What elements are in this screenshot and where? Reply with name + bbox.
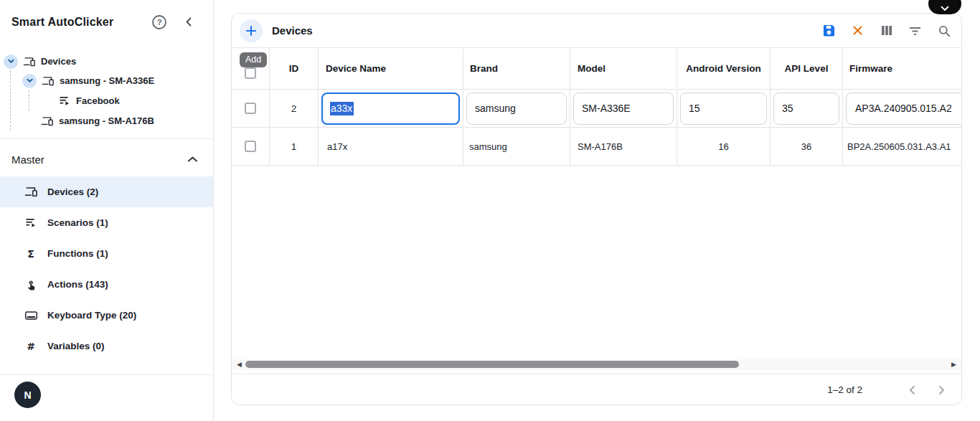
scroll-right-icon[interactable]: ▶ [951, 360, 956, 369]
section-title: Master [11, 153, 44, 166]
brand-input[interactable]: samsung [466, 93, 567, 125]
chevron-up-icon[interactable] [187, 153, 198, 166]
collapse-sidebar-icon[interactable] [184, 16, 195, 28]
tree-guide-line [29, 90, 29, 110]
functions-icon: Σ [24, 248, 37, 260]
sidebar-item-variables[interactable]: # Variables (0) [0, 331, 213, 361]
row-checkbox[interactable] [245, 141, 256, 152]
sidebar-menu: Devices (2) Scenarios (1) Σ Functions (1… [0, 176, 213, 361]
panel-title: Devices [272, 24, 313, 37]
tree-item-label: Devices [41, 56, 76, 67]
select-all-checkbox[interactable] [245, 67, 256, 79]
column-header-brand[interactable]: Brand [463, 48, 570, 89]
sidebar-item-functions[interactable]: Σ Functions (1) [0, 238, 213, 269]
device-name-input[interactable]: a33x [321, 93, 460, 125]
cell-device-name: a17x [319, 128, 463, 165]
device-icon [41, 116, 53, 126]
app-title: Smart AutoClicker [11, 16, 113, 29]
column-header-model[interactable]: Model [570, 48, 677, 89]
chevron-down-icon[interactable] [4, 55, 18, 69]
cell-id: 1 [291, 141, 297, 152]
tree-item-sm-a176b[interactable]: samsung - SM-A176B [41, 111, 154, 131]
horizontal-scrollbar[interactable]: ◀ ▶ [232, 359, 961, 370]
scrollbar-thumb[interactable] [245, 361, 739, 368]
table-header-row: ID Device Name Brand Model Android Versi… [232, 48, 961, 90]
keyboard-icon [24, 311, 37, 320]
variables-icon: # [24, 341, 37, 352]
tree-item-label: samsung - SM-A336E [60, 75, 154, 86]
tree-item-label: Facebook [76, 95, 120, 106]
collapse-toolbar-button[interactable] [928, 0, 961, 14]
sidebar-item-actions[interactable]: Actions (143) [0, 269, 213, 300]
cell-firmware: BP2A.250605.031.A3.A1 [843, 128, 961, 165]
previous-page-icon[interactable] [904, 382, 921, 399]
help-icon[interactable]: ? [151, 14, 167, 30]
sidebar-item-scenarios[interactable]: Scenarios (1) [0, 207, 213, 238]
devices-panel: Devices [231, 13, 962, 405]
sidebar-item-label: Functions (1) [47, 248, 108, 259]
model-input[interactable]: SM-A336E [573, 93, 674, 125]
column-header-firmware[interactable]: Firmware [843, 48, 961, 89]
cell-android-version: 16 [677, 128, 771, 165]
chevron-down-icon[interactable] [22, 74, 37, 88]
actions-icon [24, 279, 37, 290]
next-page-icon[interactable] [933, 382, 950, 399]
panel-header: Devices [232, 14, 961, 48]
add-device-button[interactable] [240, 19, 263, 42]
column-header-android-version[interactable]: Android Version [677, 48, 771, 89]
android-version-input[interactable]: 15 [680, 93, 767, 125]
sidebar-item-label: Scenarios (1) [47, 217, 108, 228]
sidebar-item-label: Actions (143) [47, 279, 108, 290]
devices-icon [24, 186, 37, 197]
sidebar-item-label: Variables (0) [47, 341, 105, 351]
sidebar: Smart AutoClicker ? Devic [0, 0, 214, 421]
cell-id: 2 [291, 103, 297, 114]
table-row-editing: 2 a33x samsung SM-A336E 15 35 AP3A.24090… [232, 90, 961, 128]
chevron-down-icon [941, 6, 949, 11]
filter-icon[interactable] [909, 24, 921, 37]
scenarios-icon [24, 218, 37, 227]
cell-api-level: 36 [771, 128, 843, 165]
sidebar-item-keyboard-type[interactable]: Keyboard Type (20) [0, 300, 213, 331]
master-section-header[interactable]: Master [0, 149, 213, 169]
tree-guide-line [10, 70, 11, 131]
cell-model: SM-A176B [570, 128, 677, 165]
save-icon[interactable] [823, 24, 835, 37]
divider [0, 138, 213, 139]
scenario-icon [59, 96, 70, 105]
devices-icon [23, 57, 35, 67]
cancel-icon[interactable] [852, 24, 864, 37]
tree-item-devices[interactable]: Devices [4, 52, 76, 71]
scroll-left-icon[interactable]: ◀ [237, 360, 242, 369]
api-level-input[interactable]: 35 [773, 93, 839, 125]
row-checkbox[interactable] [245, 103, 256, 114]
svg-text:?: ? [157, 18, 162, 27]
table-row[interactable]: 1 a17x samsung SM-A176B 16 36 BP2A.25060… [232, 128, 961, 166]
toolbar [823, 24, 961, 37]
sidebar-item-label: Devices (2) [47, 186, 98, 197]
tree-item-sm-a336e[interactable]: samsung - SM-A336E [22, 71, 154, 90]
pagination-range: 1–2 of 2 [827, 384, 862, 395]
sidebar-item-label: Keyboard Type (20) [47, 310, 136, 321]
search-icon[interactable] [938, 24, 950, 37]
tree-item-label: samsung - SM-A176B [59, 115, 154, 126]
column-header-api-level[interactable]: API Level [771, 48, 843, 89]
device-tree: Devices samsung - SM-A336E [0, 50, 213, 140]
column-header-device-name[interactable]: Device Name [319, 48, 463, 89]
selected-text: a33x [330, 102, 354, 115]
sidebar-item-devices[interactable]: Devices (2) [0, 176, 213, 207]
device-icon [42, 76, 54, 86]
tree-item-facebook[interactable]: Facebook [59, 91, 120, 110]
add-tooltip: Add [240, 52, 267, 67]
avatar[interactable]: N [14, 382, 41, 408]
column-header-id[interactable]: ID [270, 48, 319, 89]
devices-table: ID Device Name Brand Model Android Versi… [232, 48, 961, 166]
columns-icon[interactable] [880, 24, 892, 37]
pagination-bar: 1–2 of 2 [232, 374, 961, 405]
firmware-input[interactable]: AP3A.240905.015.A2 [846, 93, 961, 125]
sidebar-header: Smart AutoClicker ? [0, 0, 213, 44]
cell-brand: samsung [463, 128, 570, 165]
divider [0, 374, 213, 375]
